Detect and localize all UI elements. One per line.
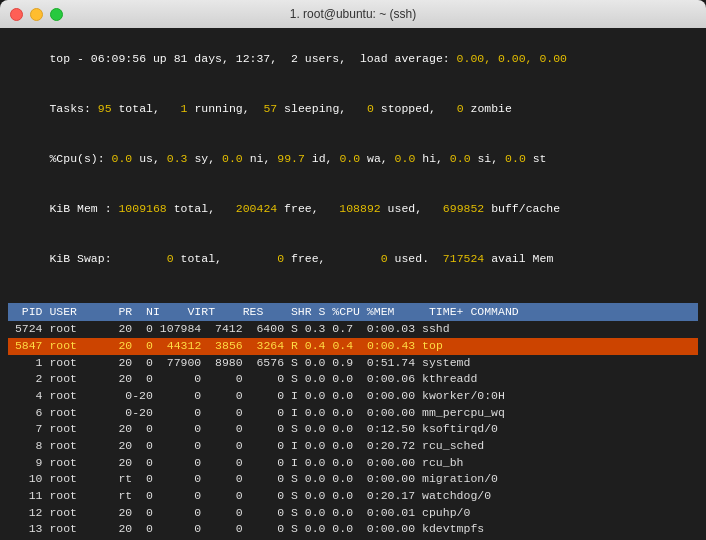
table-row: 5847 root 20 0 44312 3856 3264 R 0.4 0.4… <box>8 338 698 355</box>
table-row: 8 root 20 0 0 0 0 I 0.0 0.0 0:20.72 rcu_… <box>8 438 698 455</box>
window-controls[interactable] <box>10 8 63 21</box>
top-line1: top - 06:09:56 up 81 days, 12:37, 2 user… <box>8 34 698 84</box>
table-row: 2 root 20 0 0 0 0 S 0.0 0.0 0:00.06 kthr… <box>8 371 698 388</box>
top-line3: %Cpu(s): 0.0 us, 0.3 sy, 0.0 ni, 99.7 id… <box>8 134 698 184</box>
top-line4: KiB Mem : 1009168 total, 200424 free, 10… <box>8 184 698 234</box>
table-row: 4 root 0-20 0 0 0 I 0.0 0.0 0:00.00 kwor… <box>8 388 698 405</box>
table-row: 7 root 20 0 0 0 0 S 0.0 0.0 0:12.50 ksof… <box>8 421 698 438</box>
maximize-button[interactable] <box>50 8 63 21</box>
top-line2: Tasks: 95 total, 1 running, 57 sleeping,… <box>8 84 698 134</box>
terminal[interactable]: top - 06:09:56 up 81 days, 12:37, 2 user… <box>0 28 706 540</box>
window-title: 1. root@ubuntu: ~ (ssh) <box>290 7 417 21</box>
table-row: 10 root rt 0 0 0 0 S 0.0 0.0 0:00.00 mig… <box>8 471 698 488</box>
table-header: PID USER PR NI VIRT RES SHR S %CPU %MEM … <box>8 303 698 322</box>
spacer <box>8 284 698 301</box>
table-row: 12 root 20 0 0 0 0 S 0.0 0.0 0:00.01 cpu… <box>8 505 698 522</box>
table-row: 9 root 20 0 0 0 0 I 0.0 0.0 0:00.00 rcu_… <box>8 455 698 472</box>
process-table: 5724 root 20 0 107984 7412 6400 S 0.3 0.… <box>8 321 698 540</box>
table-row: 1 root 20 0 77900 8980 6576 S 0.0 0.9 0:… <box>8 355 698 372</box>
top-line5: KiB Swap: 0 total, 0 free, 0 used. 71752… <box>8 234 698 284</box>
table-row: 5724 root 20 0 107984 7412 6400 S 0.3 0.… <box>8 321 698 338</box>
minimize-button[interactable] <box>30 8 43 21</box>
title-bar: 1. root@ubuntu: ~ (ssh) <box>0 0 706 28</box>
table-row: 13 root 20 0 0 0 0 S 0.0 0.0 0:00.00 kde… <box>8 521 698 538</box>
table-row: 11 root rt 0 0 0 0 S 0.0 0.0 0:20.17 wat… <box>8 488 698 505</box>
table-row: 6 root 0-20 0 0 0 I 0.0 0.0 0:00.00 mm_p… <box>8 405 698 422</box>
close-button[interactable] <box>10 8 23 21</box>
window: 1. root@ubuntu: ~ (ssh) top - 06:09:56 u… <box>0 0 706 540</box>
